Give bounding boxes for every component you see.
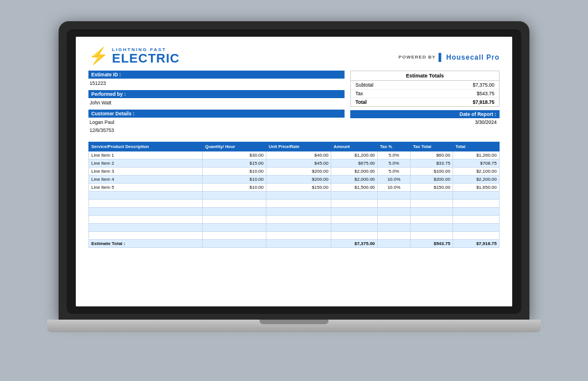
cell-unit: $200.00 <box>266 168 331 176</box>
cell-desc: Line Item 1 <box>89 151 203 160</box>
cell-desc: Line Item 4 <box>89 176 203 184</box>
laptop-screen-shell: ⚡ LIGHTNING FAST ELECTRIC POWERED BY ▌ H… <box>59 21 529 320</box>
tax-value: $543.75 <box>477 91 494 96</box>
laptop-screen: ⚡ LIGHTNING FAST ELECTRIC POWERED BY ▌ H… <box>76 37 512 306</box>
col-tax-pct: Tax % <box>377 142 410 151</box>
table-row: Line Item 4 $10.00 $200.00 $2,000.00 10.… <box>89 176 500 184</box>
col-unit: Unit Price/Rate <box>266 142 331 151</box>
empty-cell <box>266 216 331 224</box>
cell-qty: $10.00 <box>203 184 266 192</box>
empty-cell <box>453 216 500 224</box>
empty-cell <box>203 232 266 240</box>
cell-amount: $675.00 <box>331 160 377 168</box>
table-row: Line Item 2 $15.00 $45.00 $675.00 5.0% $… <box>89 160 500 168</box>
lightning-icon: ⚡ <box>88 48 109 64</box>
hcp-logo: ▌ Housecall Pro <box>439 53 500 61</box>
footer-row: Estimate Total : $7,375.00 $543.75 $7,91… <box>89 240 500 248</box>
cell-qty: $15.00 <box>203 160 266 168</box>
logo-bottom-text: ELECTRIC <box>112 52 180 65</box>
col-desc: Service/Product Description <box>89 142 203 151</box>
cell-amount: $1,200.00 <box>331 151 377 160</box>
table-row: Line Item 3 $10.00 $200.00 $2,000.00 5.0… <box>89 168 500 176</box>
doc-header: ⚡ LIGHTNING FAST ELECTRIC POWERED BY ▌ H… <box>88 47 500 65</box>
col-tax-total: Tax Total <box>411 142 453 151</box>
empty-cell <box>411 224 453 232</box>
cell-tax-pct: 5.0% <box>377 151 410 160</box>
empty-cell <box>453 208 500 216</box>
cell-tax-pct: 5.0% <box>377 160 410 168</box>
laptop-bezel: ⚡ LIGHTNING FAST ELECTRIC POWERED BY ▌ H… <box>67 29 521 314</box>
empty-cell <box>377 224 410 232</box>
doc-right: Estimate Totals Subtotal $7,375.00 Tax $… <box>350 71 500 137</box>
empty-cell <box>89 192 203 200</box>
empty-cell <box>331 232 377 240</box>
cell-total: $708.75 <box>453 160 500 168</box>
cell-tax-total: $100.00 <box>411 168 453 176</box>
col-qty: Quantity/ Hour <box>203 142 266 151</box>
empty-cell <box>203 192 266 200</box>
cell-qty: $10.00 <box>203 168 266 176</box>
laptop-container: ⚡ LIGHTNING FAST ELECTRIC POWERED BY ▌ H… <box>47 21 541 360</box>
powered-by-text: POWERED BY <box>399 55 436 60</box>
empty-cell <box>453 200 500 208</box>
cell-amount: $1,500.00 <box>331 184 377 192</box>
empty-cell <box>266 232 331 240</box>
empty-cell <box>377 232 410 240</box>
totals-box: Estimate Totals Subtotal $7,375.00 Tax $… <box>350 71 500 107</box>
customer-name: Logan Paul <box>88 119 345 126</box>
performed-by-label: Performed by : <box>88 90 345 98</box>
totals-subtotal-row: Subtotal $7,375.00 <box>351 81 499 90</box>
cell-tax-pct: 5.0% <box>377 168 410 176</box>
empty-cell <box>411 192 453 200</box>
empty-cell <box>203 208 266 216</box>
col-total: Total <box>453 142 500 151</box>
empty-row <box>89 216 500 224</box>
hcp-icon: ▌ <box>439 53 444 61</box>
footer-label: Estimate Total : <box>89 240 203 248</box>
empty-cell <box>331 200 377 208</box>
empty-cell <box>266 192 331 200</box>
cell-tax-pct: 10.0% <box>377 184 410 192</box>
estimate-id-label: Estimate ID : <box>88 71 345 79</box>
table-row: Line Item 1 $30.00 $40.00 $1,200.00 5.0%… <box>89 151 500 160</box>
footer-amount: $7,375.00 <box>331 240 377 248</box>
empty-row <box>89 200 500 208</box>
footer-empty-2 <box>266 240 331 248</box>
cell-qty: $10.00 <box>203 176 266 184</box>
cell-tax-total: $60.00 <box>411 151 453 160</box>
empty-cell <box>377 208 410 216</box>
table-row: Line Item 5 $10.00 $150.00 $1,500.00 10.… <box>89 184 500 192</box>
date-report-container: Date of Report : 3/30/2024 <box>350 110 500 126</box>
empty-cell <box>453 232 500 240</box>
cell-unit: $150.00 <box>266 184 331 192</box>
empty-cell <box>377 216 410 224</box>
footer-empty-3 <box>377 240 410 248</box>
col-amount: Amount <box>331 142 377 151</box>
empty-cell <box>411 232 453 240</box>
total-label: Total <box>355 99 367 105</box>
footer-empty-1 <box>203 240 266 248</box>
date-report-value: 3/30/2024 <box>472 118 500 126</box>
empty-cell <box>89 208 203 216</box>
cell-unit: $45.00 <box>266 160 331 168</box>
logo-text: LIGHTNING FAST ELECTRIC <box>112 47 180 65</box>
cell-desc: Line Item 2 <box>89 160 203 168</box>
table-header-row: Service/Product Description Quantity/ Ho… <box>89 142 500 151</box>
laptop-base <box>47 320 541 332</box>
cell-tax-pct: 10.0% <box>377 176 410 184</box>
empty-cell <box>411 208 453 216</box>
subtotal-label: Subtotal <box>355 82 373 88</box>
items-table: Service/Product Description Quantity/ Ho… <box>88 142 500 248</box>
doc-body: Estimate ID : 151223 Performed by : John… <box>88 71 500 137</box>
cell-amount: $2,000.00 <box>331 168 377 176</box>
document: ⚡ LIGHTNING FAST ELECTRIC POWERED BY ▌ H… <box>76 37 512 306</box>
empty-cell <box>89 232 203 240</box>
footer-total: $7,918.75 <box>453 240 500 248</box>
empty-cell <box>331 192 377 200</box>
cell-unit: $40.00 <box>266 151 331 160</box>
empty-cell <box>377 192 410 200</box>
empty-cell <box>203 200 266 208</box>
empty-row <box>89 208 500 216</box>
empty-cell <box>89 224 203 232</box>
logo-area: ⚡ LIGHTNING FAST ELECTRIC <box>88 47 180 65</box>
